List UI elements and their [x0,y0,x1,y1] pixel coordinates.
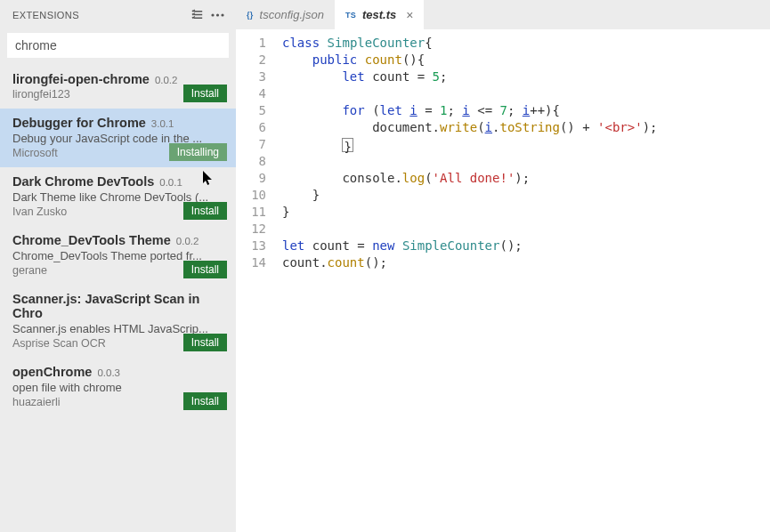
tab-label: tsconfig.json [260,8,324,21]
extensions-sidebar: EXTENSIONS lirongfei-open-chrome0.0.2lir… [0,0,236,532]
line-number: 4 [236,85,266,102]
svg-point-0 [211,13,214,16]
install-button[interactable]: Install [183,85,227,102]
code-content[interactable]: class SimpleCounter{ public count(){ let… [282,33,770,532]
line-number: 10 [236,187,266,204]
code-line: } [282,187,770,204]
extension-version: 0.0.1 [159,177,182,188]
extension-name: Debugger for Chrome [12,116,146,130]
line-number: 3 [236,69,266,85]
install-button[interactable]: Install [183,202,227,220]
line-number: 14 [236,254,266,271]
install-button[interactable]: Install [183,334,227,351]
line-number: 9 [236,170,266,187]
code-line [282,85,770,102]
install-button[interactable]: Install [183,392,227,410]
extension-item[interactable]: Chrome_DevTools Theme0.0.2Chrome_DevTool… [0,226,236,285]
line-number: 11 [236,204,266,221]
line-gutter: 1234567891011121314 [236,33,282,532]
extension-name: lirongfei-open-chrome [12,72,150,86]
extension-name: Dark Chrome DevTools [12,174,154,189]
line-number: 2 [236,52,266,69]
install-button[interactable]: Install [183,261,227,278]
installing-button: Installing [169,143,227,161]
code-line [282,153,770,170]
tab-label: test.ts [362,8,396,21]
extension-version: 0.0.2 [155,75,178,85]
extension-version: 3.0.1 [151,118,174,129]
code-line [282,221,770,238]
extension-item[interactable]: Scanner.js: JavaScript Scan in ChroScann… [0,285,236,358]
code-line: let count = new SimpleCounter(); [282,238,770,254]
tab-lang-icon: TS [345,11,356,20]
code-line: count.count(); [282,254,770,271]
line-number: 5 [236,102,266,119]
code-line: let count = 5; [282,69,770,85]
extension-list: lirongfei-open-chrome0.0.2lirongfei123In… [0,65,236,532]
line-number: 6 [236,119,266,136]
editor-tabs: {}tsconfig.jsonTStest.ts× [236,0,770,29]
extension-name: openChrome [12,365,92,379]
extension-item[interactable]: lirongfei-open-chrome0.0.2lirongfei123In… [0,65,236,109]
line-number: 13 [236,238,266,254]
code-line: document.write(i.toString() + '<br>'); [282,119,770,136]
sidebar-header: EXTENSIONS [0,0,236,29]
line-number: 12 [236,221,266,238]
extension-version: 0.0.2 [176,236,199,246]
svg-point-1 [215,13,218,16]
line-number: 1 [236,35,266,52]
more-actions-icon[interactable] [207,5,227,25]
code-line: console.log('All done!'); [282,170,770,187]
clear-extensions-icon[interactable] [188,5,207,25]
sidebar-title: EXTENSIONS [12,10,188,20]
code-line: } [282,204,770,221]
extension-item[interactable]: Debugger for Chrome3.0.1Debug your JavaS… [0,109,236,167]
code-line: } [282,136,770,153]
code-area: 1234567891011121314 class SimpleCounter{… [236,29,770,532]
editor-tab[interactable]: {}tsconfig.json [236,0,335,29]
tab-lang-icon: {} [247,11,254,20]
extension-search-wrap [0,29,236,65]
code-line: public count(){ [282,52,770,69]
extension-name: Chrome_DevTools Theme [12,233,171,247]
svg-point-2 [221,13,223,16]
editor-pane: {}tsconfig.jsonTStest.ts× 12345678910111… [236,0,770,532]
line-number: 7 [236,136,266,153]
extension-item[interactable]: openChrome0.0.3open file with chromehuaz… [0,358,236,416]
extension-search-input[interactable] [7,33,229,58]
extension-name: Scanner.js: JavaScript Scan in Chro [12,292,199,320]
line-number: 8 [236,153,266,170]
app-root: EXTENSIONS lirongfei-open-chrome0.0.2lir… [0,0,770,532]
code-line: for (let i = 1; i <= 7; i++){ [282,102,770,119]
code-line: class SimpleCounter{ [282,35,770,52]
extension-item[interactable]: Dark Chrome DevTools0.0.1Dark Theme like… [0,167,236,226]
editor-tab[interactable]: TStest.ts× [335,0,425,29]
extension-version: 0.0.3 [97,367,120,378]
close-tab-icon[interactable]: × [406,8,413,22]
